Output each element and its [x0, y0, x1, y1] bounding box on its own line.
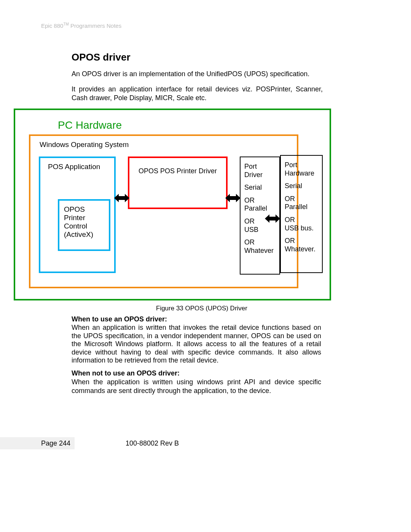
windows-os-box: Windows Operating System POS Application… — [29, 134, 298, 288]
page-number: Page 244 — [41, 439, 70, 447]
port-hardware-box: Port Hardware Serial OR Parallel OR USB … — [280, 155, 323, 273]
when-to-use-paragraph: When an application is written that invo… — [72, 324, 321, 365]
document-revision: 100-88002 Rev B — [126, 439, 179, 447]
when-to-use-title: When to use an OPOS driver: — [72, 315, 167, 323]
svg-marker-0 — [114, 194, 129, 202]
double-arrow-icon — [114, 193, 129, 203]
opos-printer-control-label: OPOS Printer Control (ActiveX) — [64, 205, 93, 238]
trademark: TM — [63, 22, 68, 26]
opos-pos-printer-driver-label: OPOS POS Printer Driver — [139, 167, 217, 175]
port-driver-box: Port Driver Serial OR Parallel OR USB OR… — [240, 157, 280, 275]
pos-application-label: POS Application — [48, 163, 100, 171]
double-arrow-icon — [225, 193, 241, 203]
pos-application-box: POS Application OPOS Printer Control (Ac… — [39, 157, 116, 273]
opos-pos-printer-driver-box: OPOS POS Printer Driver — [128, 157, 228, 209]
opos-printer-control-box: OPOS Printer Control (ActiveX) — [58, 199, 110, 251]
windows-os-label: Windows Operating System — [40, 141, 129, 149]
header-product: Epic 880 — [41, 22, 63, 29]
intro-paragraph-2: It provides an application interface for… — [72, 85, 323, 102]
header-suffix: Programmers Notes — [69, 22, 121, 29]
figure-caption: Figure 33 OPOS (UPOS) Driver — [156, 305, 247, 312]
pc-hardware-label: PC Hardware — [58, 119, 122, 131]
intro-paragraph-1: An OPOS driver is an implementation of t… — [72, 70, 323, 78]
when-not-to-use-paragraph: When the application is written using wi… — [72, 378, 321, 395]
pc-hardware-box: PC Hardware Windows Operating System POS… — [14, 109, 331, 300]
when-not-to-use-title: When not to use an OPOS driver: — [72, 369, 180, 377]
section-title: OPOS driver — [72, 51, 131, 63]
svg-marker-1 — [225, 194, 241, 202]
page-header: Epic 880TM Programmers Notes — [41, 22, 121, 29]
